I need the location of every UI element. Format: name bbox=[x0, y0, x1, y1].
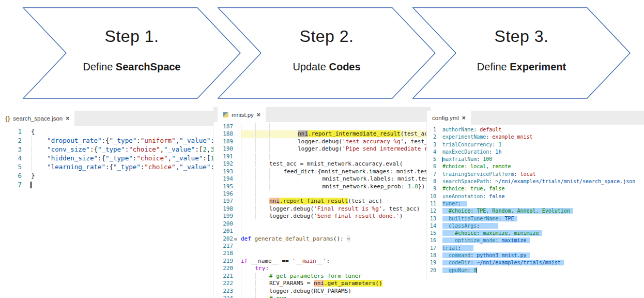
code-line-row[interactable]: 218 bbox=[214, 250, 431, 257]
tab-config-yml[interactable]: config.yml × bbox=[427, 111, 471, 125]
code-line-text[interactable]: # run bbox=[241, 295, 431, 298]
code-line-text[interactable]: logger.debug('Send final result done.') bbox=[241, 213, 431, 220]
code-line-row[interactable]: 4 "hidden_size":{"_type":"choice","_valu… bbox=[0, 154, 217, 162]
code-line-row[interactable]: 224 # run bbox=[214, 295, 431, 298]
code-line-row[interactable]: 1authorName: default bbox=[427, 126, 644, 133]
code-line-text[interactable]: logger.debug(RCV_PARAMS) bbox=[241, 288, 431, 295]
code-line-text[interactable]: RCV_PARAMS = nni.get_parameters() bbox=[241, 280, 431, 287]
code-line-row[interactable]: 192 test_acc = mnist_network.accuracy.ev… bbox=[214, 160, 431, 168]
code-line-row[interactable]: 200 bbox=[214, 220, 431, 228]
code-line-row[interactable]: 18 command: python3 mnist.py bbox=[427, 252, 644, 259]
code-line-text[interactable]: maxExecDuration: 1h bbox=[442, 148, 644, 156]
code-line-text[interactable]: nni.report_final_result(test_acc) bbox=[241, 198, 431, 205]
code-line-text[interactable]: searchSpacePath: ~/nni/examples/trials/m… bbox=[442, 178, 644, 185]
code-line-row[interactable]: 201 bbox=[214, 228, 431, 235]
code-line-text[interactable]: } bbox=[31, 171, 217, 180]
code-line-row[interactable]: 19 codeDir: ~/nni/examples/trials/mnist bbox=[427, 259, 644, 266]
close-tab-icon[interactable]: × bbox=[462, 115, 466, 121]
code-line-text[interactable]: ⊞def generate_default_params(): ⋯ bbox=[241, 235, 431, 243]
code-line-row[interactable]: 13 builtinTunerName: TPE bbox=[427, 215, 644, 222]
code-line-text[interactable]: logger.debug('Pipe send intermediate res… bbox=[241, 145, 431, 153]
code-line-row[interactable]: 219if __name__ == '__main__': bbox=[214, 258, 431, 265]
code-line-row[interactable]: 190 logger.debug('Pipe send intermediate… bbox=[214, 145, 431, 153]
code-line-text[interactable]: "conv_size":{"_type":"choice","_value":[… bbox=[31, 145, 217, 154]
code-line-text[interactable]: trial: bbox=[442, 245, 644, 252]
code-line-row[interactable]: 7 bbox=[0, 180, 217, 189]
mnist-editor-code[interactable]: 187 188 nni.report_intermediate_result(t… bbox=[214, 122, 431, 298]
code-line-row[interactable]: 14 classArgs: bbox=[427, 222, 644, 230]
code-line-row[interactable]: 5 "learning_rate":{"_type":"choice","_va… bbox=[0, 162, 217, 171]
code-line-row[interactable]: 199 logger.debug('Send final result done… bbox=[214, 213, 431, 220]
code-line-row[interactable]: 221 # get parameters form tuner bbox=[214, 273, 431, 280]
code-line-row[interactable]: 1{ bbox=[0, 127, 217, 136]
code-line-row[interactable]: 6#choice: local, remote bbox=[427, 163, 644, 170]
code-line-text[interactable]: builtinTunerName: TPE bbox=[442, 215, 644, 222]
search-space-editor-code[interactable]: 1{2 "dropout_rate":{"_type":"uniform","_… bbox=[0, 126, 217, 189]
code-line-row[interactable]: 189 logger.debug('test accuracy %g', tes… bbox=[214, 138, 431, 145]
code-line-text[interactable]: "dropout_rate":{"_type":"uniform","_valu… bbox=[31, 136, 217, 145]
code-line-row[interactable]: 7trainingServicePlatform: local bbox=[427, 171, 644, 178]
code-line-text[interactable]: if __name__ == '__main__': bbox=[241, 258, 431, 265]
code-line-row[interactable]: 223 logger.debug(RCV_PARAMS) bbox=[214, 288, 431, 295]
code-line-row[interactable]: 17trial: bbox=[427, 245, 644, 252]
code-line-text[interactable]: #choice: true, false bbox=[442, 185, 644, 192]
config-editor-code[interactable]: 1authorName: default2experimentName: exa… bbox=[427, 125, 644, 274]
code-line-text[interactable] bbox=[31, 180, 217, 189]
code-line-row[interactable]: 5maxTrialNum: 100 bbox=[427, 156, 644, 163]
code-line-text[interactable]: authorName: default bbox=[442, 126, 644, 133]
code-line-row[interactable]: 195 mnist_network.keep_prob: 1.0}) bbox=[214, 183, 431, 190]
code-line-row[interactable]: 196 bbox=[214, 190, 431, 198]
code-line-text[interactable]: trainingServicePlatform: local bbox=[442, 171, 644, 178]
code-line-text[interactable] bbox=[241, 220, 431, 228]
code-line-text[interactable]: #choice: maximize, minimize bbox=[442, 230, 644, 237]
code-line-row[interactable]: 222 RCV_PARAMS = nni.get_parameters() bbox=[214, 280, 431, 287]
code-line-row[interactable]: 2experimentName: example_mnist bbox=[427, 133, 644, 141]
code-line-text[interactable]: test_acc = mnist_network.accuracy.eval( bbox=[241, 160, 431, 168]
code-line-text[interactable]: nni.report_intermediate_result(test_acc) bbox=[241, 130, 431, 138]
code-line-row[interactable]: 193 feed_dict={mnist_network.images: mni… bbox=[214, 168, 431, 175]
code-line-text[interactable]: gpuNum: 0 bbox=[442, 267, 644, 274]
tab-mnist-py[interactable]: mnist.py × bbox=[218, 107, 266, 122]
code-line-row[interactable]: 4maxExecDuration: 1h bbox=[427, 148, 644, 156]
code-line-row[interactable]: 3trialConcurrency: 1 bbox=[427, 141, 644, 148]
code-line-row[interactable]: 197 nni.report_final_result(test_acc) bbox=[214, 198, 431, 205]
code-line-row[interactable]: 12 #choice: TPE, Random, Anneal, Evoluti… bbox=[427, 207, 644, 215]
code-line-row[interactable]: 6} bbox=[0, 171, 217, 180]
code-line-text[interactable]: logger.debug('test accuracy %g', test_ac… bbox=[241, 138, 431, 145]
code-line-text[interactable]: experimentName: example_mnist bbox=[442, 133, 644, 141]
code-line-row[interactable]: 220 try: bbox=[214, 265, 431, 272]
code-line-row[interactable]: 217 bbox=[214, 243, 431, 250]
code-line-text[interactable]: command: python3 mnist.py bbox=[442, 252, 644, 259]
tab-search-space-json[interactable]: {} search_space.json × bbox=[0, 111, 74, 126]
code-line-text[interactable]: feed_dict={mnist_network.images: mnist.t… bbox=[241, 168, 431, 175]
code-line-text[interactable] bbox=[241, 243, 431, 250]
code-line-row[interactable]: 16 optimize_mode: maximize bbox=[427, 237, 644, 244]
code-line-row[interactable]: 198 logger.debug('Final result is %g', t… bbox=[214, 205, 431, 213]
code-line-row[interactable]: 10useAnnotation: false bbox=[427, 193, 644, 200]
code-line-row[interactable]: 15 #choice: maximize, minimize bbox=[427, 230, 644, 237]
code-line-text[interactable]: codeDir: ~/nni/examples/trials/mnist bbox=[442, 259, 644, 266]
code-line-row[interactable]: 3 "conv_size":{"_type":"choice","_value"… bbox=[0, 145, 217, 154]
code-line-row[interactable]: 11tuner: bbox=[427, 200, 644, 207]
code-line-text[interactable]: "hidden_size":{"_type":"choice","_value"… bbox=[31, 154, 217, 162]
code-line-row[interactable]: 8searchSpacePath: ~/nni/examples/trials/… bbox=[427, 178, 644, 185]
close-tab-icon[interactable]: × bbox=[257, 112, 260, 118]
code-line-text[interactable]: tuner: bbox=[442, 200, 644, 207]
code-line-text[interactable] bbox=[241, 250, 431, 257]
code-line-text[interactable]: { bbox=[31, 127, 217, 136]
code-line-row[interactable]: 194 mnist_network.labels: mnist.test.lab… bbox=[214, 175, 431, 183]
code-line-text[interactable]: #choice: TPE, Random, Anneal, Evolution bbox=[442, 207, 644, 215]
code-line-text[interactable]: "learning_rate":{"_type":"choice","_valu… bbox=[31, 162, 217, 171]
code-line-text[interactable] bbox=[241, 228, 431, 235]
code-line-text[interactable]: #choice: local, remote bbox=[442, 163, 644, 170]
code-line-text[interactable]: optimize_mode: maximize bbox=[442, 237, 644, 244]
code-line-text[interactable] bbox=[241, 190, 431, 198]
code-line-text[interactable]: try: bbox=[241, 265, 431, 272]
code-line-row[interactable]: 2 "dropout_rate":{"_type":"uniform","_va… bbox=[0, 136, 217, 145]
code-line-text[interactable]: trialConcurrency: 1 bbox=[442, 141, 644, 148]
code-line-text[interactable]: logger.debug('Final result is %g', test_… bbox=[241, 205, 431, 213]
close-tab-icon[interactable]: × bbox=[66, 115, 69, 122]
code-line-row[interactable]: 20 gpuNum: 0 bbox=[427, 267, 644, 274]
code-line-text[interactable] bbox=[241, 153, 431, 160]
code-line-text[interactable]: mnist_network.keep_prob: 1.0}) bbox=[241, 183, 431, 190]
